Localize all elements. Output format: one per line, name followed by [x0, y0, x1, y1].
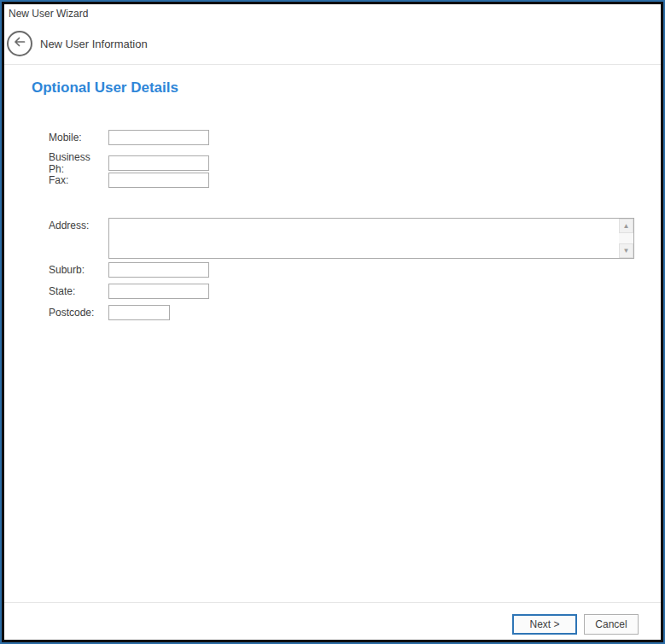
- address-field[interactable]: [109, 219, 619, 258]
- footer: Next > Cancel: [4, 614, 661, 636]
- form-row-postcode: Postcode:: [49, 305, 170, 320]
- form-row-mobile: Mobile:: [49, 130, 209, 145]
- wizard-header: New User Information: [7, 25, 661, 62]
- new-user-wizard-window: New User Wizard New User Information Opt…: [0, 0, 665, 644]
- address-label: Address:: [49, 218, 108, 231]
- postcode-field[interactable]: [108, 305, 170, 320]
- back-button[interactable]: [7, 31, 32, 56]
- state-field[interactable]: [108, 284, 209, 299]
- postcode-label: Postcode:: [49, 307, 108, 319]
- back-arrow-icon: [12, 34, 27, 53]
- mobile-label: Mobile:: [49, 132, 108, 143]
- next-button[interactable]: Next >: [512, 614, 577, 635]
- form-row-address: Address: ▲ ▼: [49, 218, 634, 259]
- business-ph-field[interactable]: [108, 155, 209, 171]
- page-title: New User Information: [40, 38, 148, 50]
- form-row-business-ph: Business Ph:: [49, 151, 209, 175]
- suburb-field[interactable]: [108, 262, 209, 278]
- scroll-down-icon[interactable]: ▼: [619, 243, 633, 258]
- window-content: New User Wizard New User Information Opt…: [4, 4, 661, 640]
- business-ph-label: Business Ph:: [49, 151, 108, 175]
- cancel-button[interactable]: Cancel: [584, 614, 639, 635]
- form-row-fax: Fax:: [49, 173, 209, 188]
- state-label: State:: [49, 285, 108, 297]
- suburb-label: Suburb:: [49, 264, 108, 276]
- address-scrollbar[interactable]: ▲ ▼: [619, 219, 633, 258]
- scroll-up-icon[interactable]: ▲: [619, 219, 633, 233]
- form-row-state: State:: [49, 284, 209, 299]
- window-title: New User Wizard: [9, 8, 88, 20]
- mobile-field[interactable]: [108, 130, 209, 145]
- footer-divider: [4, 602, 661, 603]
- fax-label: Fax:: [49, 174, 108, 186]
- form-row-suburb: Suburb:: [49, 262, 209, 278]
- section-title: Optional User Details: [32, 79, 178, 97]
- address-field-box: ▲ ▼: [108, 218, 634, 259]
- fax-field[interactable]: [108, 173, 209, 188]
- header-divider: [4, 64, 661, 65]
